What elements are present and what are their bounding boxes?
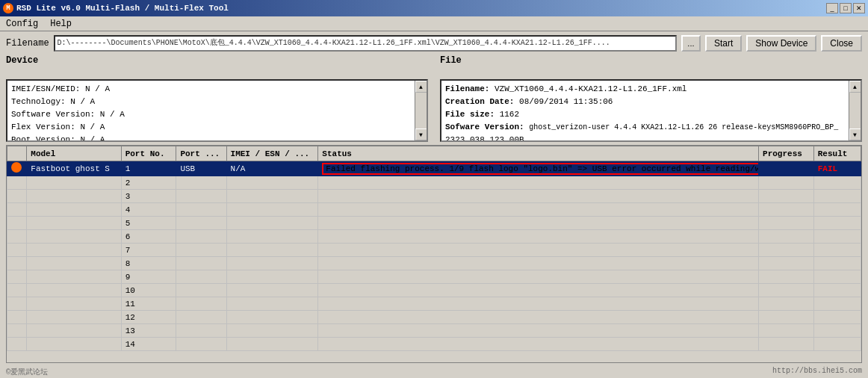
row-port-no: 5 [121, 217, 176, 230]
row-port [176, 324, 226, 338]
row-result [813, 284, 861, 297]
row-model [27, 297, 121, 311]
table-row[interactable]: 13 [7, 324, 861, 338]
row-model: Fastboot ghost S [27, 161, 121, 176]
row-model [27, 338, 121, 351]
table-row[interactable]: Fastboot ghost S1USBN/AFailed flashing p… [7, 161, 861, 176]
close-button[interactable]: Close [821, 35, 862, 52]
row-result [813, 230, 861, 244]
row-model [27, 257, 121, 270]
menu-bar: Config Help [0, 16, 868, 31]
row-imei [226, 244, 318, 257]
row-port: USB [176, 161, 226, 176]
row-model [27, 311, 121, 324]
row-icon-cell [7, 311, 27, 324]
row-icon-cell [7, 161, 27, 176]
row-result [813, 190, 861, 203]
row-port-no: 3 [121, 190, 176, 203]
row-port [176, 338, 226, 351]
device-line-1: Technology: N / A [11, 96, 411, 108]
row-progress [759, 176, 814, 190]
row-imei [226, 311, 318, 324]
app-icon: M [3, 3, 13, 13]
row-status [318, 311, 759, 324]
row-imei [226, 203, 318, 217]
col-icon [7, 146, 27, 161]
filename-input[interactable]: D:\--------\Documents\PHONE\MotoX\底包_4.4… [54, 35, 677, 52]
row-port [176, 230, 226, 244]
file-panel-title: File [440, 55, 462, 66]
watermark-left: ©爱黑武论坛 [6, 367, 48, 377]
status-error-box: Failed flashing process. 1/9 flash logo … [322, 163, 758, 175]
row-result [813, 257, 861, 270]
row-imei [226, 257, 318, 270]
row-port [176, 270, 226, 284]
file-scroll-up[interactable]: ▲ [849, 81, 861, 93]
file-scroll-down[interactable]: ▼ [849, 128, 861, 140]
row-imei [226, 324, 318, 338]
row-port-no: 12 [121, 311, 176, 324]
row-progress [759, 284, 814, 297]
row-port-no: 11 [121, 297, 176, 311]
show-device-button[interactable]: Show Device [746, 35, 816, 52]
col-model: Model [27, 146, 121, 161]
device-panel-scrollbar[interactable]: ▲ ▼ [415, 81, 427, 140]
row-icon-cell [7, 324, 27, 338]
table-row[interactable]: 5 [7, 217, 861, 230]
table-row[interactable]: 10 [7, 284, 861, 297]
row-port-no: 14 [121, 338, 176, 351]
row-icon-cell [7, 297, 27, 311]
table-row[interactable]: 7 [7, 244, 861, 257]
table-row[interactable]: 14 [7, 338, 861, 351]
file-panel-scrollbar[interactable]: ▲ ▼ [849, 81, 861, 140]
device-icon [11, 162, 22, 173]
row-port [176, 203, 226, 217]
row-result [813, 176, 861, 190]
table-body: Fastboot ghost S1USBN/AFailed flashing p… [7, 161, 861, 351]
row-icon-cell [7, 244, 27, 257]
toolbar: Filename D:\--------\Documents\PHONE\Mot… [0, 31, 868, 55]
row-status: Failed flashing process. 1/9 flash logo … [318, 161, 759, 176]
row-port-no: 10 [121, 284, 176, 297]
menu-config[interactable]: Config [3, 18, 41, 30]
table-row[interactable]: 12 [7, 311, 861, 324]
row-progress [759, 297, 814, 311]
row-imei [226, 190, 318, 203]
result-fail: FAIL [818, 164, 837, 173]
table-row[interactable]: 8 [7, 257, 861, 270]
row-result [813, 338, 861, 351]
device-line-2: Software Version: N / A [11, 108, 411, 121]
row-result: FAIL [813, 161, 861, 176]
title-bar-title: RSD Lite v6.0 Multi-Flash / Multi-Flex T… [16, 4, 229, 13]
row-status [318, 244, 759, 257]
table-row[interactable]: 2 [7, 176, 861, 190]
row-model [27, 244, 121, 257]
table-row[interactable]: 9 [7, 270, 861, 284]
file-panel: Filename: VZW_XT1060_4.4.4-KXA21.12-L1.2… [440, 79, 862, 142]
row-port-no: 2 [121, 176, 176, 190]
window-close-button[interactable]: ✕ [853, 3, 865, 13]
minimize-button[interactable]: _ [826, 3, 838, 13]
file-panel-content: Filename: VZW_XT1060_4.4.4-KXA21.12-L1.2… [441, 81, 849, 140]
row-model [27, 324, 121, 338]
table-row[interactable]: 11 [7, 297, 861, 311]
row-icon-cell [7, 217, 27, 230]
row-status [318, 176, 759, 190]
row-status [318, 203, 759, 217]
start-button[interactable]: Start [705, 35, 742, 52]
row-progress [759, 338, 814, 351]
file-line-4: 2323.038.123.00B [445, 134, 845, 140]
scroll-down-arrow[interactable]: ▼ [415, 128, 427, 140]
col-result: Result [813, 146, 861, 161]
maximize-button[interactable]: □ [840, 3, 852, 13]
row-icon-cell [7, 230, 27, 244]
table-row[interactable]: 3 [7, 190, 861, 203]
table-row[interactable]: 6 [7, 230, 861, 244]
browse-button[interactable]: ... [681, 35, 701, 52]
file-panel-wrapper: File Filename: VZW_XT1060_4.4.4-KXA21.12… [440, 67, 862, 142]
table-row[interactable]: 4 [7, 203, 861, 217]
title-bar-buttons: _ □ ✕ [826, 3, 865, 13]
scroll-up-arrow[interactable]: ▲ [415, 81, 427, 93]
menu-help[interactable]: Help [47, 18, 75, 30]
row-port [176, 176, 226, 190]
